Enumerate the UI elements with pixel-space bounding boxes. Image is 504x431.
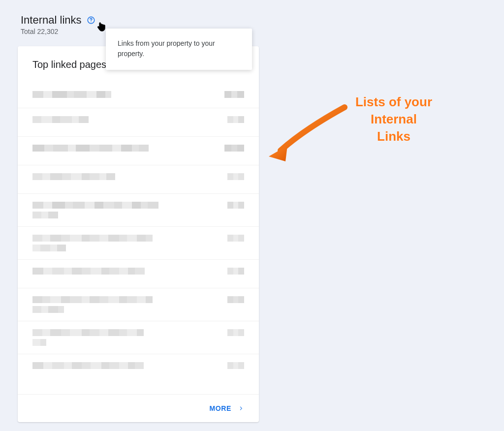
list-item[interactable] [18, 165, 259, 193]
list-item[interactable] [18, 354, 259, 382]
more-button[interactable]: MORE [210, 404, 244, 412]
row-count-redacted [222, 202, 244, 209]
annotation-label: Lists of your Internal Links [340, 93, 448, 145]
annotation-arrow-icon [266, 103, 354, 162]
linked-pages-list [18, 79, 259, 394]
list-item[interactable] [18, 108, 259, 136]
svg-marker-4 [269, 146, 287, 161]
row-url-redacted [32, 91, 213, 98]
list-item[interactable] [18, 288, 259, 321]
svg-point-1 [91, 22, 91, 22]
row-url-redacted [32, 296, 213, 313]
row-count-redacted [222, 145, 244, 152]
row-count-redacted [222, 268, 244, 275]
top-linked-pages-card: Top linked pages [18, 46, 259, 422]
row-count-redacted [222, 91, 244, 98]
row-url-redacted [32, 235, 213, 251]
total-count: 22,302 [37, 28, 58, 35]
row-url-redacted [32, 173, 213, 180]
row-count-redacted [222, 173, 244, 180]
section-header: Internal links Total 22,302 [21, 14, 95, 35]
hand-cursor-icon [95, 22, 106, 32]
help-icon[interactable] [87, 16, 95, 25]
row-count-redacted [222, 296, 244, 303]
row-url-redacted [32, 268, 213, 275]
list-item[interactable] [18, 79, 259, 108]
more-label: MORE [210, 404, 231, 412]
annotation-line: Links [340, 128, 448, 145]
annotation-line: Internal [340, 111, 448, 128]
page-title: Internal links [21, 14, 82, 27]
help-tooltip: Links from your property to your propert… [106, 29, 252, 70]
chevron-right-icon [238, 405, 244, 411]
tooltip-text: Links from your property to your propert… [118, 39, 215, 58]
card-footer: MORE [18, 394, 259, 422]
list-item[interactable] [18, 136, 259, 165]
row-url-redacted [32, 329, 213, 346]
list-item[interactable] [18, 259, 259, 288]
row-count-redacted [222, 116, 244, 123]
row-url-redacted [32, 116, 213, 123]
row-count-redacted [222, 235, 244, 242]
subtitle-prefix: Total [21, 28, 37, 35]
annotation-line: Lists of your [340, 93, 448, 111]
card-title: Top linked pages [32, 59, 106, 70]
list-item[interactable] [18, 193, 259, 226]
page-title-row: Internal links [21, 14, 95, 27]
row-count-redacted [222, 329, 244, 336]
row-url-redacted [32, 202, 213, 218]
row-count-redacted [222, 362, 244, 369]
row-url-redacted [32, 145, 213, 152]
list-item[interactable] [18, 321, 259, 354]
row-url-redacted [32, 362, 213, 369]
page-subtitle: Total 22,302 [21, 28, 95, 35]
list-item[interactable] [18, 226, 259, 259]
